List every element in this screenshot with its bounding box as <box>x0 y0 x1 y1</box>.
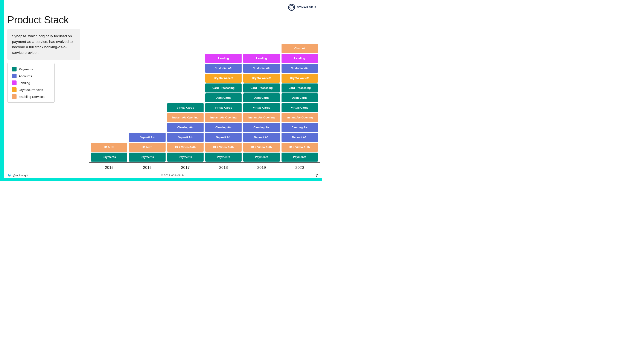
chart-block-2019-1: Custodial A/c <box>243 64 280 73</box>
page-title: Product Stack <box>5 12 322 29</box>
chart-block-2016-1: ID Auth <box>129 143 165 152</box>
chart-block-2015-0: ID Auth <box>91 143 127 152</box>
chart-block-2019-8: Deposit A/c <box>243 133 280 142</box>
legend-label-payments: Payments <box>19 67 33 71</box>
legend-item-crypto: Cryptocurrencies <box>12 87 50 92</box>
footer-twitter: 🐦 @whitesight_ <box>7 173 30 177</box>
legend-item-lending: Lending <box>12 80 50 85</box>
legend-item-accounts: Accounts <box>12 74 50 78</box>
chart-area: ID AuthPaymentsDeposit A/cID AuthPayment… <box>89 29 320 172</box>
axis-label-2017: 2017 <box>167 164 204 170</box>
chart-block-2019-4: Debit Cards <box>243 93 280 102</box>
year-column-2017: Virtual CardsInstant A/c OpeningClearing… <box>167 103 204 162</box>
chart-block-2017-0: Virtual Cards <box>167 103 204 112</box>
footer-copyright: © 2021 WhiteSight <box>161 174 184 177</box>
chart-block-2018-3: Card Processing <box>205 83 242 92</box>
legend-swatch-enabling <box>12 94 16 99</box>
page-content: SYNAPSE FI Product Stack Synapse, which … <box>5 0 322 178</box>
chart-block-2019-3: Card Processing <box>243 83 280 92</box>
left-border <box>0 0 4 181</box>
legend-swatch-crypto <box>12 87 16 92</box>
chart-block-2017-5: Payments <box>167 153 204 162</box>
chart-block-2019-7: Clearing A/c <box>243 123 280 132</box>
chart-block-2018-0: Lending <box>205 54 242 63</box>
axis-label-2020: 2020 <box>282 164 318 170</box>
logo-circle-icon <box>288 4 295 11</box>
year-column-2018: LendingCustodial A/cCrypto WalletsCard P… <box>205 54 242 162</box>
chart-block-2018-7: Clearing A/c <box>205 123 242 132</box>
chart-block-2016-2: Payments <box>129 153 165 162</box>
chart-block-2017-3: Deposit A/c <box>167 133 204 142</box>
chart-block-2019-5: Virtual Cards <box>243 103 280 112</box>
chart-block-2020-6: Virtual Cards <box>282 103 318 112</box>
chart-block-2018-10: Payments <box>205 153 242 162</box>
chart-block-2016-0: Deposit A/c <box>129 133 165 142</box>
legend-swatch-payments <box>12 67 16 71</box>
year-column-2020: ChatbotLendingCustodial A/cCrypto Wallet… <box>282 44 318 162</box>
chart-block-2018-6: Instant A/c Opening <box>205 113 242 122</box>
header: SYNAPSE FI <box>5 0 322 12</box>
chart-block-2020-0: Chatbot <box>282 44 318 53</box>
legend-box: PaymentsAccountsLendingCryptocurrenciesE… <box>7 63 54 103</box>
legend-label-crypto: Cryptocurrencies <box>19 88 43 92</box>
logo-area: SYNAPSE FI <box>288 4 318 11</box>
description-box: Synapse, which originally focused on pay… <box>7 29 80 60</box>
chart-block-2019-9: ID + Video Auth <box>243 143 280 152</box>
chart-block-2020-8: Clearing A/c <box>282 123 318 132</box>
main-area: Synapse, which originally focused on pay… <box>5 29 322 172</box>
bottom-border <box>0 178 322 181</box>
axis-label-2018: 2018 <box>205 164 242 170</box>
chart-axis: 201520162017201820192020 <box>89 162 320 170</box>
chart-columns: ID AuthPaymentsDeposit A/cID AuthPayment… <box>89 29 320 162</box>
chart-block-2019-2: Crypto Wallets <box>243 74 280 83</box>
twitter-icon: 🐦 <box>7 173 12 177</box>
legend-item-payments: Payments <box>12 67 50 71</box>
legend-label-lending: Lending <box>19 81 30 85</box>
chart-block-2019-6: Instant A/c Opening <box>243 113 280 122</box>
left-panel: Synapse, which originally focused on pay… <box>7 29 89 172</box>
legend-swatch-accounts <box>12 74 16 78</box>
axis-label-2016: 2016 <box>129 164 165 170</box>
chart-block-2020-1: Lending <box>282 54 318 63</box>
year-column-2015: ID AuthPayments <box>91 143 127 162</box>
chart-block-2017-2: Clearing A/c <box>167 123 204 132</box>
chart-block-2017-4: ID + Video Auth <box>167 143 204 152</box>
description-text: Synapse, which originally focused on pay… <box>12 34 73 55</box>
chart-block-2018-4: Debit Cards <box>205 93 242 102</box>
logo-text: SYNAPSE FI <box>297 5 318 9</box>
chart-block-2020-5: Debit Cards <box>282 93 318 102</box>
chart-block-2018-9: ID + Video Auth <box>205 143 242 152</box>
chart-block-2018-1: Custodial A/c <box>205 64 242 73</box>
chart-block-2020-11: Payments <box>282 153 318 162</box>
chart-block-2020-10: ID + Video Auth <box>282 143 318 152</box>
chart-block-2020-4: Card Processing <box>282 83 318 92</box>
chart-block-2018-8: Deposit A/c <box>205 133 242 142</box>
chart-block-2017-1: Instant A/c Opening <box>167 113 204 122</box>
twitter-handle: @whitesight_ <box>13 174 30 177</box>
chart-block-2020-3: Crypto Wallets <box>282 74 318 83</box>
legend-label-accounts: Accounts <box>19 74 32 78</box>
chart-block-2015-1: Payments <box>91 153 127 162</box>
axis-label-2015: 2015 <box>91 164 127 170</box>
chart-block-2020-7: Instant A/c Opening <box>282 113 318 122</box>
chart-block-2020-9: Deposit A/c <box>282 133 318 142</box>
year-column-2016: Deposit A/cID AuthPayments <box>129 133 165 162</box>
chart-block-2019-10: Payments <box>243 153 280 162</box>
axis-label-2019: 2019 <box>243 164 280 170</box>
footer: 🐦 @whitesight_ © 2021 WhiteSight 7 <box>5 172 322 178</box>
footer-page: 7 <box>316 174 318 177</box>
chart-block-2019-0: Lending <box>243 54 280 63</box>
legend-swatch-lending <box>12 80 16 85</box>
chart-block-2018-5: Virtual Cards <box>205 103 242 112</box>
chart-block-2020-2: Custodial A/c <box>282 64 318 73</box>
chart-block-2018-2: Crypto Wallets <box>205 74 242 83</box>
legend-label-enabling: Enabling Services <box>19 95 44 98</box>
year-column-2019: LendingCustodial A/cCrypto WalletsCard P… <box>243 54 280 162</box>
legend-item-enabling: Enabling Services <box>12 94 50 99</box>
